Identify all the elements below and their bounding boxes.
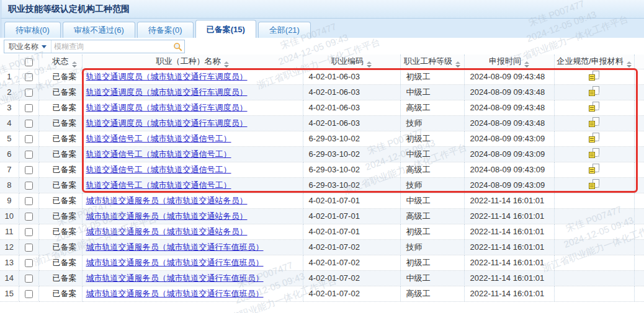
row-checkbox[interactable] xyxy=(25,151,33,159)
column-label: 企业规范/申报材料 xyxy=(557,56,624,66)
row-number: 6 xyxy=(0,146,19,162)
job-name-link[interactable]: 轨道交通信号工（城市轨道交通信号工） xyxy=(86,134,231,143)
job-name-link[interactable]: 城市轨道交通服务员（城市轨道交通站务员） xyxy=(86,227,248,236)
material-doc-icon[interactable] xyxy=(589,86,599,96)
job-name-link[interactable]: 城市轨道交通服务员（城市轨道交通站务员） xyxy=(86,196,248,205)
material-doc-icon[interactable] xyxy=(589,133,599,143)
material-cell xyxy=(554,69,634,84)
status-cell: 已备案 xyxy=(38,270,82,286)
column-header-level[interactable]: 职业工种等级 xyxy=(400,55,464,69)
row-checkbox-cell xyxy=(19,239,38,255)
status-cell: 已备案 xyxy=(38,193,82,208)
row-checkbox[interactable] xyxy=(25,290,33,298)
time-cell: 2022-11-14 16:01:01 xyxy=(464,239,554,255)
job-name-link[interactable]: 轨道交通调度员（城市轨道交通行车调度员） xyxy=(86,103,248,112)
status-cell: 已备案 xyxy=(38,286,82,301)
job-name-link[interactable]: 城市轨道交通服务员（城市轨道交通行车值班员） xyxy=(86,289,264,298)
table-row: 12 已备案 城市轨道交通服务员（城市轨道交通行车值班员） 4-02-01-07… xyxy=(0,239,644,255)
material-cell xyxy=(554,162,634,177)
level-cell: 技师 xyxy=(400,239,464,255)
job-name-link[interactable]: 城市轨道交通服务员（城市轨道交通站务员） xyxy=(86,211,248,221)
select-all-checkbox[interactable] xyxy=(25,58,33,66)
tab-pending-filing[interactable]: 待备案(0) xyxy=(137,22,194,38)
column-header-status[interactable]: 状态 xyxy=(38,55,82,69)
row-checkbox-cell xyxy=(19,286,38,301)
material-cell xyxy=(554,131,634,146)
column-header-material[interactable]: 企业规范/申报材料 xyxy=(554,55,634,69)
column-header-name[interactable]: 职业（工种）名称 xyxy=(82,55,303,69)
material-cell xyxy=(554,84,634,100)
level-cell: 初级工 xyxy=(400,131,464,146)
time-cell: 2024-08-09 09:43:48 xyxy=(464,115,554,131)
worktype-table: 状态 职业（工种）名称 职业编码 职业工种等级 申报时间 企业规范/申报材料 xyxy=(0,55,644,302)
material-doc-icon[interactable] xyxy=(589,164,599,174)
column-label: 职业工种等级 xyxy=(404,56,452,66)
job-name-link[interactable]: 城市轨道交通服务员（城市轨道交通行车值班员） xyxy=(86,242,264,252)
tab-pending-review[interactable]: 待审核(0) xyxy=(4,22,61,38)
row-checkbox[interactable] xyxy=(25,166,33,174)
row-checkbox[interactable] xyxy=(25,228,33,236)
row-number: 10 xyxy=(0,208,19,224)
table-row: 15 已备案 城市轨道交通服务员（城市轨道交通行车值班员） 4-02-01-07… xyxy=(0,286,644,301)
job-name-link[interactable]: 轨道交通信号工（城市轨道交通信号工） xyxy=(86,165,231,174)
job-name-link[interactable]: 轨道交通信号工（城市轨道交通信号工） xyxy=(86,180,231,190)
job-name-link[interactable]: 城市轨道交通服务员（城市轨道交通行车值班员） xyxy=(86,273,264,283)
material-doc-icon[interactable] xyxy=(589,102,599,112)
tab-all[interactable]: 全部(21) xyxy=(258,22,311,38)
row-checkbox[interactable] xyxy=(25,120,33,128)
name-cell: 轨道交通调度员（城市轨道交通行车调度员） xyxy=(82,84,303,100)
search-input[interactable] xyxy=(51,41,171,52)
job-name-link[interactable]: 轨道交通调度员（城市轨道交通行车调度员） xyxy=(86,118,248,128)
row-number: 9 xyxy=(0,193,19,208)
column-header-code[interactable]: 职业编码 xyxy=(303,55,400,69)
row-checkbox[interactable] xyxy=(25,213,33,221)
level-cell: 中级工 xyxy=(400,270,464,286)
code-cell: 4-02-01-07-02 xyxy=(303,239,400,255)
tab-review-rejected[interactable]: 审核不通过(6) xyxy=(63,22,135,38)
row-checkbox[interactable] xyxy=(25,135,33,143)
job-name-link[interactable]: 轨道交通调度员（城市轨道交通行车调度员） xyxy=(86,87,248,97)
row-checkbox-cell xyxy=(19,69,38,84)
row-checkbox[interactable] xyxy=(25,197,33,205)
level-cell: 初级工 xyxy=(400,255,464,270)
level-cell: 高级工 xyxy=(400,100,464,115)
material-doc-icon[interactable] xyxy=(589,71,599,81)
material-doc-icon[interactable] xyxy=(589,148,599,158)
row-checkbox[interactable] xyxy=(25,104,33,112)
material-cell xyxy=(554,208,634,224)
status-cell: 已备案 xyxy=(38,255,82,270)
name-cell: 轨道交通信号工（城市轨道交通信号工） xyxy=(82,131,303,146)
tab-filed[interactable]: 已备案(15) xyxy=(195,20,256,38)
app-window: 宋佳 P0074772024-12-05 09:43浙江省职业能力一体化工作平台… xyxy=(0,0,644,313)
sort-icon[interactable] xyxy=(455,61,460,68)
level-cell: 中级工 xyxy=(400,84,464,100)
job-name-link[interactable]: 轨道交通调度员（城市轨道交通行车调度员） xyxy=(86,72,248,81)
sort-icon[interactable] xyxy=(367,61,372,68)
filler-cell xyxy=(634,162,644,177)
filler-cell xyxy=(634,224,644,239)
row-checkbox[interactable] xyxy=(25,259,33,267)
material-doc-icon[interactable] xyxy=(589,117,599,127)
sort-icon[interactable] xyxy=(627,61,632,68)
code-cell: 4-02-01-06-03 xyxy=(303,84,400,100)
row-number: 5 xyxy=(0,131,19,146)
row-checkbox[interactable] xyxy=(25,89,33,97)
search-field-selector[interactable]: 职业名称 xyxy=(4,40,51,53)
row-checkbox[interactable] xyxy=(25,244,33,252)
row-checkbox[interactable] xyxy=(25,73,33,81)
table-row: 6 已备案 轨道交通信号工（城市轨道交通信号工） 6-29-03-10-02 中… xyxy=(0,146,644,162)
status-cell: 已备案 xyxy=(38,208,82,224)
row-checkbox[interactable] xyxy=(25,182,33,190)
sort-icon[interactable] xyxy=(524,61,529,68)
material-cell xyxy=(554,146,634,162)
job-name-link[interactable]: 城市轨道交通服务员（城市轨道交通行车值班员） xyxy=(86,258,264,267)
search-button[interactable] xyxy=(171,40,184,53)
name-cell: 城市轨道交通服务员（城市轨道交通站务员） xyxy=(82,208,303,224)
sort-icon[interactable] xyxy=(224,61,229,68)
job-name-link[interactable]: 轨道交通信号工（城市轨道交通信号工） xyxy=(86,149,231,159)
sort-icon[interactable] xyxy=(72,61,77,68)
material-doc-icon[interactable] xyxy=(589,179,599,189)
column-header-time[interactable]: 申报时间 xyxy=(464,55,554,69)
row-checkbox[interactable] xyxy=(25,275,33,283)
column-label: 职业编码 xyxy=(331,56,364,66)
